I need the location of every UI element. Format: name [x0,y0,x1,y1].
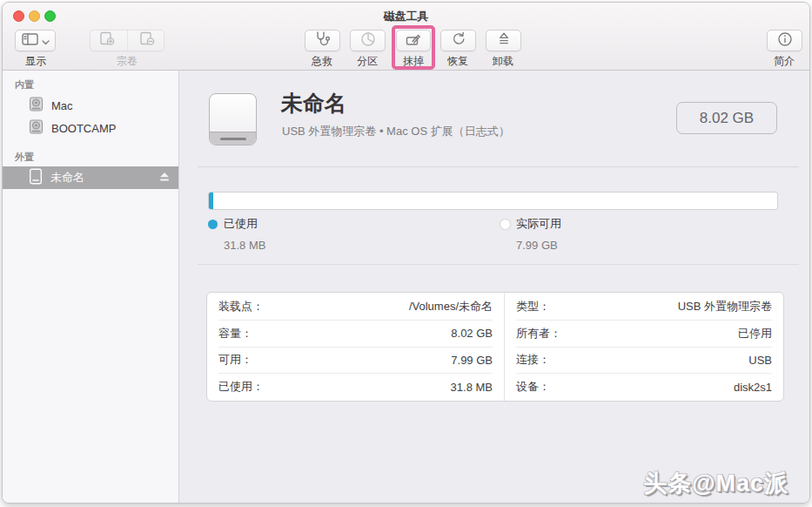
detail-value: 已停用 [738,326,772,341]
detail-value: /Volumes/未命名 [409,299,493,314]
detail-label: 设备： [516,379,550,395]
internal-disk-icon [29,119,44,137]
detail-label: 所有者： [516,326,561,341]
restore-arrow-icon [450,30,467,51]
remove-volume-button[interactable] [131,31,164,50]
detail-row-used: 已使用： 31.8 MB [218,373,493,400]
external-drive-icon-large [209,93,257,145]
detail-value: 7.99 GB [451,354,493,367]
detail-row-owner: 所有者： 已停用 [516,320,772,347]
details-column-right: 类型： USB 外置物理宗卷 所有者： 已停用 连接： USB 设备： disk… [505,293,783,401]
detail-row-device: 设备： disk2s1 [516,373,772,400]
detail-value: 31.8 MB [451,381,493,394]
detail-value: USB [748,354,772,367]
detail-label: 连接： [516,352,550,368]
detail-label: 可用： [218,352,252,368]
unmount-label: 卸载 [473,54,534,69]
volume-title: 未命名 [281,89,346,118]
erase-disk-pen-icon [405,31,422,51]
add-volume-button[interactable] [91,31,124,50]
restore-button[interactable] [440,30,476,51]
sidebar-section-internal: 内置 [15,78,178,91]
details-column-left: 装载点： /Volumes/未命名 容量： 8.02 GB 可用： 7.99 G… [207,293,505,401]
info-icon [776,30,794,51]
sidebar-layout-icon [22,33,38,49]
volumes-group-label: 宗卷 [97,54,158,69]
eject-lines-icon [495,31,513,50]
detail-label: 类型： [516,299,550,314]
group-divider [127,30,128,51]
legend-free-label: 实际可用 [516,216,561,232]
first-aid-button[interactable] [305,30,340,51]
detail-row-type: 类型： USB 外置物理宗卷 [516,294,772,320]
partition-pie-icon [359,30,377,51]
eject-icon[interactable] [158,172,171,185]
view-button-label: 显示 [5,54,66,69]
sidebar-section-external: 外置 [15,151,178,164]
view-button[interactable] [15,30,56,51]
sidebar-item-untitled[interactable]: 未命名 [3,166,178,189]
details-panel: 装载点： /Volumes/未命名 容量： 8.02 GB 可用： 7.99 G… [206,292,784,402]
legend-free-value: 7.99 GB [516,239,561,252]
detail-label: 容量： [218,326,252,341]
usage-bar [208,192,778,210]
detail-row-connection: 连接： USB [516,347,772,374]
partition-button[interactable] [350,30,386,51]
legend-free: 实际可用 7.99 GB [500,216,561,252]
detail-value: disk2s1 [734,381,772,394]
detail-row-capacity: 容量： 8.02 GB [218,320,493,347]
window-title: 磁盘工具 [3,9,809,24]
titlebar-toolbar: 磁盘工具 显示 宗卷 急救 [3,3,809,71]
detail-label: 已使用： [218,379,264,395]
size-badge: 8.02 GB [676,102,777,134]
sidebar-item-label: Mac [51,99,73,112]
chevron-down-icon [42,33,50,49]
external-disk-icon [29,168,43,187]
used-color-dot [208,220,218,229]
erase-button[interactable] [396,30,431,51]
details-separator [198,264,799,265]
info-button[interactable] [767,30,802,51]
main-content: 未命名 USB 外置物理宗卷 • Mac OS 扩展（日志式） 8.02 GB … [180,71,809,503]
detail-value: USB 外置物理宗卷 [678,299,772,314]
sidebar-item-mac[interactable]: Mac [3,94,178,117]
stethoscope-icon [314,30,332,51]
usage-bar-used-fill [209,193,213,209]
detail-row-mount-point: 装载点： /Volumes/未命名 [218,294,493,320]
detail-label: 装载点： [218,299,264,314]
sidebar-item-label: 未命名 [50,170,84,186]
internal-disk-icon [29,97,44,114]
free-color-dot [500,220,510,229]
info-label: 简介 [754,54,810,69]
watermark: 头条@Mac派 [643,468,789,499]
sidebar-item-label: BOOTCAMP [51,122,116,135]
sidebar-item-bootcamp[interactable]: BOOTCAMP [3,117,178,139]
disk-utility-window: 磁盘工具 显示 宗卷 急救 [2,2,810,504]
volumes-group [90,30,164,51]
legend-used-label: 已使用 [224,216,258,232]
detail-value: 8.02 GB [451,327,493,340]
detail-row-available: 可用： 7.99 GB [218,347,493,374]
unmount-button[interactable] [486,30,521,51]
header-separator [198,166,799,167]
drive-slot [220,138,246,140]
legend-used: 已使用 31.8 MB [208,216,265,252]
legend-used-value: 31.8 MB [224,239,265,252]
sidebar: 内置 Mac BOOTCAMP 外置 未命名 [3,71,179,503]
volume-subtitle: USB 外置物理宗卷 • Mac OS 扩展（日志式） [282,124,510,139]
